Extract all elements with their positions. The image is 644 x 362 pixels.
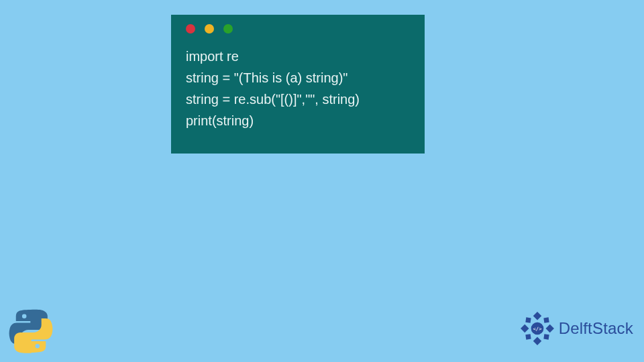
- svg-marker-1: [533, 337, 541, 345]
- minimize-icon: [205, 24, 214, 34]
- close-icon: [186, 24, 195, 34]
- python-icon: [7, 307, 55, 355]
- code-line: print(string): [186, 110, 425, 131]
- svg-marker-2: [521, 324, 529, 333]
- code-block: import re string = "(This is (a) string)…: [171, 46, 425, 131]
- svg-marker-0: [533, 312, 541, 320]
- svg-marker-4: [525, 317, 531, 322]
- delftstack-label: DelftStack: [559, 319, 633, 338]
- svg-marker-5: [543, 317, 549, 322]
- code-window: import re string = "(This is (a) string)…: [171, 15, 425, 154]
- svg-marker-3: [545, 324, 553, 333]
- svg-text:</>: </>: [533, 326, 542, 332]
- code-line: import re: [186, 46, 425, 67]
- code-line: string = re.sub("[()]","", string): [186, 88, 425, 110]
- svg-marker-7: [543, 334, 549, 339]
- canvas: import re string = "(This is (a) string)…: [0, 0, 644, 362]
- code-line: string = "(This is (a) string)": [186, 67, 425, 88]
- zoom-icon: [223, 24, 233, 34]
- delftstack-logo: </> DelftStack: [520, 311, 633, 346]
- delftstack-icon: </>: [520, 311, 555, 346]
- svg-marker-6: [525, 334, 531, 339]
- traffic-lights: [171, 24, 425, 34]
